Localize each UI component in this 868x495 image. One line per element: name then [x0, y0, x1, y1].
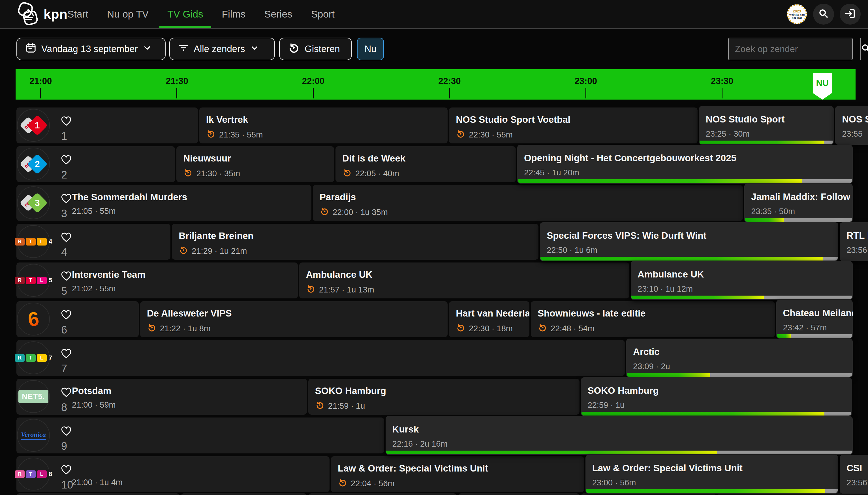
channel-number: 2: [61, 169, 67, 181]
replay-icon: [183, 168, 193, 179]
program-block[interactable]: NOS Studio Sport23:55: [835, 106, 868, 145]
nav-item-nu-op-tv[interactable]: Nu op TV: [107, 0, 149, 28]
program-block[interactable]: Ambulance UK21:57 · 1u 13m: [299, 262, 629, 298]
program-title: Law & Order: Special Victims Unit: [338, 463, 488, 474]
program-time: 22:05 · 40m: [342, 168, 399, 179]
kpn-logo[interactable]: kpn: [16, 2, 68, 27]
search-icon: [818, 8, 829, 20]
date-picker-label: Vandaag 13 september: [41, 44, 138, 54]
program-title: Chateau Meiland: [783, 308, 853, 319]
favorite-heart-icon[interactable]: [61, 465, 72, 476]
program-time: 22:00 · 1u 35m: [320, 206, 388, 218]
program-block[interactable]: Nieuwsuur21:30 · 35m: [176, 146, 334, 182]
channel-row-npo3: The Sommerdahl Murders21:05 · 55mParadij…: [0, 185, 868, 221]
program-block[interactable]: Law & Order: Special Victims Unit22:04 ·…: [331, 456, 584, 492]
timeline-tick-label: 22:30: [438, 76, 461, 86]
favorite-heart-icon[interactable]: [61, 310, 72, 321]
program-block-untitled[interactable]: [181, 493, 307, 495]
now-button[interactable]: Nu: [357, 38, 384, 60]
program-time: 23:56: [847, 245, 867, 255]
channel-avatar[interactable]: RTL4: [17, 225, 50, 258]
program-block[interactable]: Shownieuws - late editie22:48 · 54m: [531, 301, 775, 337]
history-replay-icon: [288, 41, 300, 56]
channel-row-sbs6: De Allesweter VIPS21:22 · 1u 8mHart van …: [0, 301, 868, 337]
replay-icon: [147, 323, 157, 334]
program-block[interactable]: Ik Vertrek21:35 · 55m: [199, 107, 448, 143]
program-block-untitled[interactable]: [458, 493, 579, 495]
program-block[interactable]: SOKO Hamburg21:59 · 1u: [308, 379, 579, 415]
program-block[interactable]: SOKO Hamburg22:59 · 1u: [581, 377, 852, 416]
program-block[interactable]: Chateau Meiland23:42 · 57m: [776, 300, 853, 339]
timeline-tick-label: 23:30: [711, 76, 733, 86]
program-time: 23:42 · 57m: [783, 323, 827, 332]
program-block-untitled[interactable]: [16, 493, 180, 495]
program-block[interactable]: Arctic23:09 · 2u: [626, 339, 853, 377]
program-block[interactable]: CSI23:56: [840, 455, 868, 494]
favorite-heart-icon[interactable]: [61, 426, 72, 437]
channel-avatar[interactable]: npo1: [17, 109, 50, 142]
program-block-untitled[interactable]: [308, 493, 457, 495]
channel-avatar[interactable]: RTL7: [17, 341, 50, 374]
favorite-heart-icon[interactable]: [61, 116, 72, 127]
program-block[interactable]: Law & Order: Special Victims Unit23:00 ·…: [586, 455, 838, 494]
program-block[interactable]: Paradijs22:00 · 1u 35m: [313, 185, 743, 221]
channel-avatar[interactable]: 6: [17, 303, 50, 336]
nav-search-button[interactable]: [813, 4, 834, 24]
nav-item-series[interactable]: Series: [264, 0, 292, 28]
program-title: The Sommerdahl Murders: [72, 192, 187, 203]
program-block[interactable]: Jamali Maddix: Follow the23:35 · 50m: [744, 184, 853, 222]
favorite-heart-icon[interactable]: [61, 232, 72, 243]
program-time: 22:59 · 1u: [588, 400, 625, 410]
channel-search-input[interactable]: [729, 38, 860, 60]
program-title: Ambulance UK: [306, 269, 373, 280]
nav-item-tv-gids[interactable]: TV Gids: [167, 0, 203, 28]
yesterday-button[interactable]: Gisteren: [279, 38, 352, 60]
replay-icon: [338, 478, 347, 489]
program-block[interactable]: Ambulance UK23:10 · 1u 12m: [631, 261, 853, 300]
program-block[interactable]: Potsdam21:00 · 59m: [16, 379, 307, 415]
nav-item-films[interactable]: Films: [222, 0, 246, 28]
favorite-heart-icon[interactable]: [61, 193, 72, 205]
calendar-icon: [25, 42, 37, 56]
channel-avatar[interactable]: Veronica: [17, 419, 50, 452]
channel-avatar[interactable]: RTL5: [17, 264, 50, 297]
favorite-heart-icon[interactable]: [61, 271, 72, 282]
channel-avatar[interactable]: npo2: [17, 148, 50, 181]
login-button[interactable]: [840, 4, 861, 24]
program-block[interactable]: Kursk22:16 · 2u 16m: [386, 416, 853, 455]
channel-avatar[interactable]: npo3: [17, 186, 50, 219]
program-block[interactable]: NOS Studio Sport23:25 · 30m: [699, 106, 834, 145]
channel-search-button[interactable]: [860, 38, 868, 60]
program-block[interactable]: NOS Studio Sport Voetbal22:30 · 55m: [449, 107, 698, 143]
program-block[interactable]: Hart van Nederland22:30 · 18m: [449, 301, 529, 337]
channel-row-rtl8: 21:00 · 1u 4mLaw & Order: Special Victim…: [0, 456, 868, 492]
program-time: 21:30 · 35m: [183, 168, 240, 179]
program-block[interactable]: RTL Nieuws23:56: [840, 222, 868, 261]
program-time: 21:29 · 1u 21m: [179, 245, 247, 257]
favorite-heart-icon[interactable]: [61, 348, 72, 360]
program-block[interactable]: Special Forces VIPS: Wie Durft Wint22:50…: [540, 222, 838, 261]
channel-row-rtl7: Arctic23:09 · 2uRTL77: [0, 340, 868, 376]
program-time: 22:45 · 1u 20m: [524, 168, 579, 177]
program-block[interactable]: Briljante Breinen21:29 · 1u 21m: [172, 224, 539, 260]
chevron-down-icon: [143, 43, 152, 55]
channel-avatar[interactable]: RTL8: [17, 458, 50, 491]
timeline-tick-label: 23:00: [575, 76, 597, 86]
program-block-untitled[interactable]: [16, 340, 625, 376]
npo3-logo: npo3: [22, 195, 45, 210]
nav-item-sport[interactable]: Sport: [311, 0, 334, 28]
program-block[interactable]: De Allesweter VIPS21:22 · 1u 8m: [140, 301, 447, 337]
program-block[interactable]: Interventie Team21:02 · 55m: [16, 262, 298, 298]
channel-filter-button[interactable]: Alle zenders: [169, 38, 275, 60]
channel-row-rtl5: Interventie Team21:02 · 55mAmbulance UK2…: [0, 262, 868, 298]
favorite-heart-icon[interactable]: [61, 155, 72, 166]
channel-avatar[interactable]: NET5.: [17, 380, 50, 413]
program-block[interactable]: Opening Night - Het Concertgebouworkest …: [517, 145, 853, 184]
program-block[interactable]: Dit is de Week22:05 · 40m: [335, 146, 516, 182]
channel-number: 7: [61, 363, 67, 375]
date-picker-button[interactable]: Vandaag 13 september: [16, 38, 166, 60]
progress-bar: [745, 218, 852, 222]
favorite-heart-icon[interactable]: [61, 387, 72, 398]
replay-icon: [315, 400, 325, 412]
nav-item-start[interactable]: Start: [67, 0, 88, 28]
